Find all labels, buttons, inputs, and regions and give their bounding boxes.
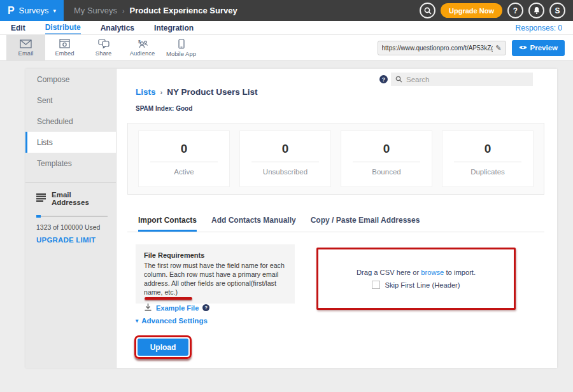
envelope-icon [20, 39, 32, 48]
stat-label: Active [174, 168, 194, 176]
file-requirements-title: File Requirements [144, 251, 286, 259]
csv-dropzone[interactable]: Drag a CSV here or browse to import. Ski… [316, 248, 516, 310]
breadcrumb-separator: › [122, 7, 125, 15]
chevron-down-icon: ▾ [53, 8, 57, 14]
audience-people-icon: $ [136, 39, 148, 48]
skip-first-line-label: Skip First Line (Header) [385, 281, 460, 289]
stat-card-duplicates: 0 Duplicates [442, 130, 534, 187]
stat-divider [150, 162, 217, 162]
nav-integration[interactable]: Integration [154, 22, 194, 34]
preview-button[interactable]: Preview [512, 40, 565, 56]
channel-tools: Email Embed Share $ Audience [6, 35, 201, 61]
browse-link[interactable]: browse [421, 269, 444, 276]
annotation-upload-highlight: Upload [134, 335, 192, 359]
list-breadcrumb: Lists › NY Product Users List [136, 87, 257, 97]
stat-card-bounced: 0 Bounced [341, 130, 432, 187]
preview-label: Preview [530, 44, 558, 52]
example-file-help-icon[interactable]: ? [202, 304, 209, 311]
product-name: Surveys [19, 6, 49, 15]
responses-count[interactable]: Responses: 0 [516, 24, 562, 32]
upgrade-limit-link[interactable]: UPGRADE LIMIT [36, 236, 107, 244]
tool-label: Mobile App [166, 50, 196, 57]
file-requirements-box: File Requirements The first row must hav… [136, 244, 295, 304]
skip-first-line-checkbox[interactable] [372, 281, 380, 289]
email-addresses-panel: Email Addresses 1323 of 100000 Used UPGR… [25, 183, 116, 244]
tool-embed[interactable]: Embed [45, 35, 84, 61]
breadcrumb-separator: › [160, 88, 163, 96]
embed-window-icon [59, 39, 70, 48]
tool-share[interactable]: Share [84, 35, 123, 61]
user-avatar[interactable]: S [549, 3, 565, 18]
list-lines-icon [36, 193, 46, 204]
stat-label: Unsubscribed [263, 168, 308, 176]
breadcrumb-my-surveys[interactable]: My Surveys [74, 6, 117, 15]
dropzone-text-after: to import. [444, 269, 476, 276]
sidebar-item-sent[interactable]: Sent [25, 90, 116, 111]
dropzone-text: Drag a CSV here or browse to import. [357, 269, 476, 276]
stat-value: 0 [383, 142, 390, 156]
search-help-icon[interactable]: ? [379, 75, 388, 83]
breadcrumb: My Surveys › Product Experience Survey [74, 6, 237, 15]
example-file-link[interactable]: Example File [156, 304, 199, 312]
lists-page: Compose Sent Scheduled Lists Templates E… [25, 69, 557, 368]
distribute-toolbar: Email Embed Share $ Audience [0, 35, 573, 61]
nav-analytics[interactable]: Analytics [101, 22, 134, 34]
breadcrumb-lists-link[interactable]: Lists [136, 87, 156, 97]
sidebar-item-templates[interactable]: Templates [25, 153, 116, 174]
sidebar-item-lists[interactable]: Lists [25, 132, 116, 153]
file-requirements-body: The first row must have the field name f… [144, 262, 286, 297]
stat-card-unsubscribed: 0 Unsubscribed [239, 130, 331, 187]
stat-value: 0 [485, 142, 492, 156]
tab-copy-paste-email-addresses[interactable]: Copy / Paste Email Addresses [311, 216, 420, 232]
tool-label: Email [18, 50, 34, 57]
app-screen: P Surveys ▾ My Surveys › Product Experie… [0, 0, 573, 392]
help-icon[interactable]: ? [507, 3, 523, 18]
stat-divider [454, 162, 521, 162]
stat-card-active: 0 Active [138, 130, 230, 187]
dropzone-text-before: Drag a CSV here or [357, 269, 421, 276]
top-navbar: P Surveys ▾ My Surveys › Product Experie… [0, 0, 573, 21]
usage-progress-bar [36, 216, 108, 217]
download-icon[interactable] [144, 302, 152, 314]
tool-audience[interactable]: $ Audience [123, 35, 162, 61]
search-input[interactable] [406, 76, 514, 83]
advanced-settings-toggle[interactable]: ▾ Advanced Settings [136, 317, 208, 325]
topbar-actions: Upgrade Now ? S [420, 3, 565, 18]
product-switcher[interactable]: P Surveys ▾ [0, 0, 64, 21]
survey-url-box[interactable]: https://www.questionpro.com/t/AP53kZgfo … [378, 41, 506, 55]
stat-value: 0 [282, 142, 289, 156]
advanced-settings-label: Advanced Settings [141, 317, 208, 325]
tool-mobile-app[interactable]: Mobile App [162, 35, 201, 61]
annotation-example-file-underline [145, 297, 192, 300]
caret-down-icon: ▾ [136, 318, 138, 324]
magnifier-icon [395, 74, 402, 85]
email-sidebar: Compose Sent Scheduled Lists Templates E… [25, 69, 117, 368]
spam-index: SPAM Index: Good [136, 105, 192, 112]
edit-pencil-icon[interactable]: ✎ [495, 44, 501, 52]
contact-search-box[interactable] [391, 73, 533, 86]
notifications-bell-icon[interactable] [528, 3, 544, 18]
upload-button[interactable]: Upload [138, 339, 188, 356]
sidebar-item-scheduled[interactable]: Scheduled [25, 111, 116, 132]
stat-divider [353, 162, 420, 162]
tool-label: Audience [130, 50, 155, 57]
contacts-tabs: Import Contacts Add Contacts Manually Co… [127, 216, 544, 232]
chat-bubbles-icon [98, 39, 110, 48]
stat-value: 0 [181, 142, 188, 156]
nav-distribute[interactable]: Distribute [45, 22, 81, 34]
tool-email[interactable]: Email [6, 35, 45, 61]
usage-text: 1323 of 100000 Used [36, 223, 107, 231]
search-icon[interactable] [420, 3, 435, 18]
tab-add-contacts-manually[interactable]: Add Contacts Manually [211, 216, 296, 232]
upgrade-now-button[interactable]: Upgrade Now [441, 3, 502, 18]
survey-url: https://www.questionpro.com/t/AP53kZgfo [382, 45, 493, 52]
stat-divider [251, 162, 318, 162]
survey-nav: Edit Distribute Analytics Integration Re… [0, 21, 573, 35]
tab-import-contacts[interactable]: Import Contacts [138, 216, 197, 232]
stat-label: Bounced [372, 168, 400, 176]
nav-edit[interactable]: Edit [11, 22, 25, 34]
tool-label: Embed [55, 50, 74, 57]
questionpro-logo-icon: P [8, 4, 15, 17]
sidebar-item-compose[interactable]: Compose [25, 69, 116, 90]
usage-progress-fill [36, 215, 41, 218]
